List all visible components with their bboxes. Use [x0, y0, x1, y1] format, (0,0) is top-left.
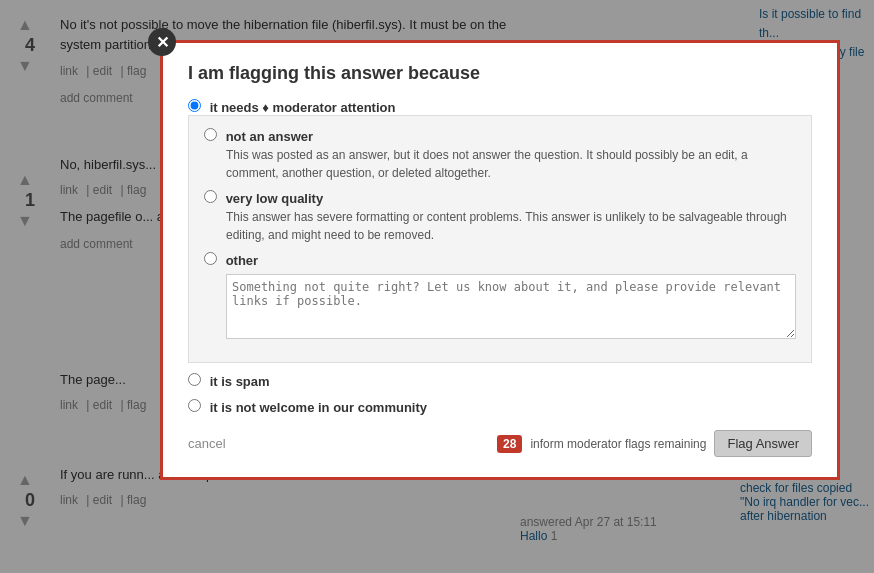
flags-remaining-text: inform moderator flags remaining	[530, 437, 706, 451]
close-button[interactable]: ✕	[148, 28, 176, 56]
spam-text: it is spam	[210, 374, 270, 389]
spam-option: it is spam	[188, 373, 812, 389]
not-answer-desc: This was posted as an answer, but it doe…	[226, 146, 796, 182]
flags-count-badge: 28	[497, 435, 522, 453]
community-radio[interactable]	[188, 399, 201, 412]
very-low-quality-option: very low quality This answer has severe …	[204, 190, 796, 244]
modal-title: I am flagging this answer because	[188, 63, 812, 84]
flag-modal: ✕ I am flagging this answer because it n…	[160, 40, 840, 480]
modal-footer: cancel 28 inform moderator flags remaini…	[188, 430, 812, 457]
moderator-option-label[interactable]: it needs ♦ moderator attention	[188, 100, 395, 115]
not-answer-label[interactable]: not an answer	[204, 129, 313, 144]
not-answer-text: not an answer	[226, 129, 313, 144]
cancel-button[interactable]: cancel	[188, 436, 226, 451]
very-low-quality-radio[interactable]	[204, 190, 217, 203]
moderator-radio[interactable]	[188, 99, 201, 112]
other-text: other	[226, 253, 259, 268]
very-low-quality-label[interactable]: very low quality	[204, 191, 323, 206]
very-low-quality-desc: This answer has severe formatting or con…	[226, 208, 796, 244]
community-option: it is not welcome in our community	[188, 399, 812, 415]
moderator-option: it needs ♦ moderator attention not an an…	[188, 99, 812, 363]
spam-option-label[interactable]: it is spam	[188, 374, 270, 389]
spam-radio[interactable]	[188, 373, 201, 386]
sub-options-group: not an answer This was posted as an answ…	[188, 115, 812, 363]
footer-right: 28 inform moderator flags remaining Flag…	[497, 430, 812, 457]
moderator-option-text: it needs ♦ moderator attention	[210, 100, 396, 115]
other-textarea[interactable]	[226, 274, 796, 339]
community-text: it is not welcome in our community	[210, 400, 427, 415]
other-option: other	[204, 252, 796, 342]
not-answer-radio[interactable]	[204, 128, 217, 141]
not-answer-option: not an answer This was posted as an answ…	[204, 128, 796, 182]
flag-answer-button[interactable]: Flag Answer	[714, 430, 812, 457]
community-option-label[interactable]: it is not welcome in our community	[188, 400, 427, 415]
other-radio[interactable]	[204, 252, 217, 265]
very-low-quality-text: very low quality	[226, 191, 324, 206]
other-label[interactable]: other	[204, 253, 258, 268]
